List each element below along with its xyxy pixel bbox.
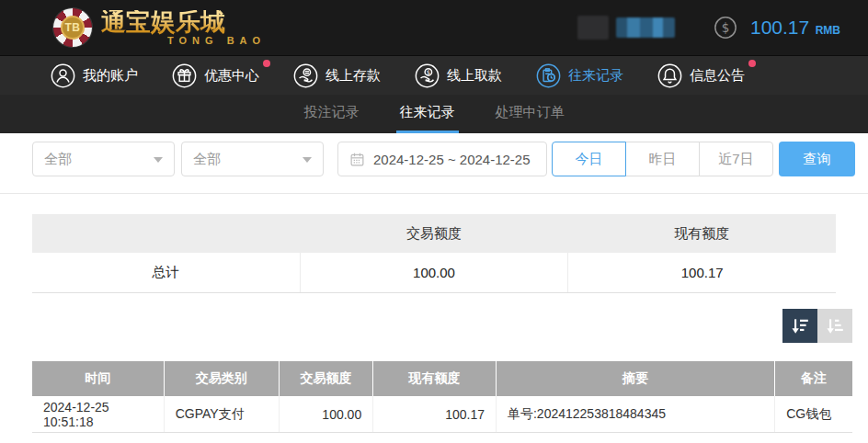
nav-label: 往来记录 [568,67,623,85]
cell-type: CGPAY支付 [164,396,279,432]
sort-ascending-button[interactable] [817,309,852,343]
summary-total-row: 总计 100.00 100.17 [32,253,836,293]
cell-amount: 100.00 [279,396,373,432]
poker-chip-icon: TB [53,8,92,47]
records-table: 时间 交易类别 交易额度 现有额度 摘要 备注 2024-12-25 10:51… [32,361,852,433]
chip-monogram: TB [61,16,85,40]
nav-item-my-account[interactable]: 我的账户 [51,63,138,88]
summary-current-balance: 100.17 [567,253,836,292]
notification-dot [263,60,270,67]
col-time: 时间 [32,361,164,396]
balance-amount: 100.17 [750,17,809,38]
nav-label: 线上存款 [326,67,381,85]
nav-label: 优惠中心 [204,67,259,85]
censored-name [616,17,675,38]
col-amount: 交易额度 [279,361,373,396]
table-row: 2024-12-25 10:51:18 CGPAY支付 100.00 100.1… [32,396,852,433]
calendar-icon [349,152,365,167]
balance-currency: RMB [816,24,840,37]
quick-range-group: 今日 昨日 近7日 [552,142,773,176]
nav-item-promotions[interactable]: 优惠中心 [172,63,259,88]
main-nav: 我的账户 优惠中心 线上存款 $ 线上取款 [0,55,868,95]
svg-text:$: $ [427,68,430,75]
summary-col-balance: 现有额度 [568,214,836,253]
category-select[interactable]: 全部 [181,142,324,176]
yesterday-button[interactable]: 昨日 [625,142,700,176]
summary-table: 交易额度 现有额度 总计 100.00 100.17 [32,214,836,293]
user-icon [51,63,75,88]
svg-text:$: $ [722,20,730,35]
date-range-value: 2024-12-25 ~ 2024-12-25 [373,152,531,167]
censored-avatar [577,16,609,40]
bell-icon [657,63,682,88]
search-button[interactable]: 查询 [779,142,855,176]
account-area: $ 100.17 RMB [577,16,853,40]
summary-header: 交易额度 现有额度 [32,214,836,253]
sort-desc-icon [790,316,810,336]
records-header: 时间 交易类别 交易额度 现有额度 摘要 备注 [32,361,852,396]
top-header: TB 通宝娱乐城 TONG BAO $ 100.17 RMB [0,0,868,55]
sort-controls [32,309,852,343]
dollar-coin-icon: $ [714,16,737,40]
gift-icon [172,63,197,88]
nav-item-deposit[interactable]: 线上存款 [293,63,381,88]
summary-col-blank [32,214,300,253]
tab-bet-records[interactable]: 投注记录 [301,95,363,133]
withdraw-icon: $ [415,63,440,88]
filter-row: 全部 全部 2024-12-25 ~ 2024-12-25 今日 昨日 近7日 … [32,142,868,176]
brand-logo[interactable]: TB 通宝娱乐城 TONG BAO [53,8,266,47]
col-balance: 现有额度 [372,361,496,396]
chevron-down-icon [303,157,312,163]
cell-remark: CG钱包 [774,396,852,432]
col-summary: 摘要 [496,361,774,396]
summary-transaction-amount: 100.00 [300,253,568,292]
brand-title: 通宝娱乐城 [101,10,266,35]
brand-subtitle: TONG BAO [101,36,266,46]
col-type: 交易类别 [164,361,279,396]
last7days-button[interactable]: 近7日 [699,142,773,176]
sort-descending-button[interactable] [782,309,817,343]
date-range-input[interactable]: 2024-12-25 ~ 2024-12-25 [337,142,547,176]
deposit-icon [293,63,318,88]
summary-total-label: 总计 [32,253,300,292]
sort-asc-icon [825,316,845,336]
nav-item-withdraw[interactable]: $ 线上取款 [415,63,502,88]
type-select[interactable]: 全部 [32,142,175,176]
nav-label: 我的账户 [83,67,138,85]
censored-username [577,16,675,40]
nav-label: 信息公告 [690,67,745,85]
col-remark: 备注 [774,361,852,396]
nav-label: 线上取款 [447,67,502,85]
cell-balance: 100.17 [372,396,496,432]
sub-tab-bar: 投注记录 往来记录 处理中订单 [0,95,868,133]
tab-transaction-records[interactable]: 往来记录 [396,95,459,133]
nav-item-announcements[interactable]: 信息公告 [657,63,745,88]
records-icon [536,63,561,88]
chevron-down-icon [154,157,163,163]
notification-dot [748,60,756,67]
cell-summary: 单号:202412253818484345 [496,396,774,432]
cell-time: 2024-12-25 10:51:18 [32,396,164,432]
summary-col-transaction: 交易额度 [300,214,567,253]
tab-pending-orders[interactable]: 处理中订单 [492,95,568,133]
today-button[interactable]: 今日 [552,142,626,176]
section-divider [0,193,868,194]
nav-item-transactions[interactable]: 往来记录 [536,63,623,88]
